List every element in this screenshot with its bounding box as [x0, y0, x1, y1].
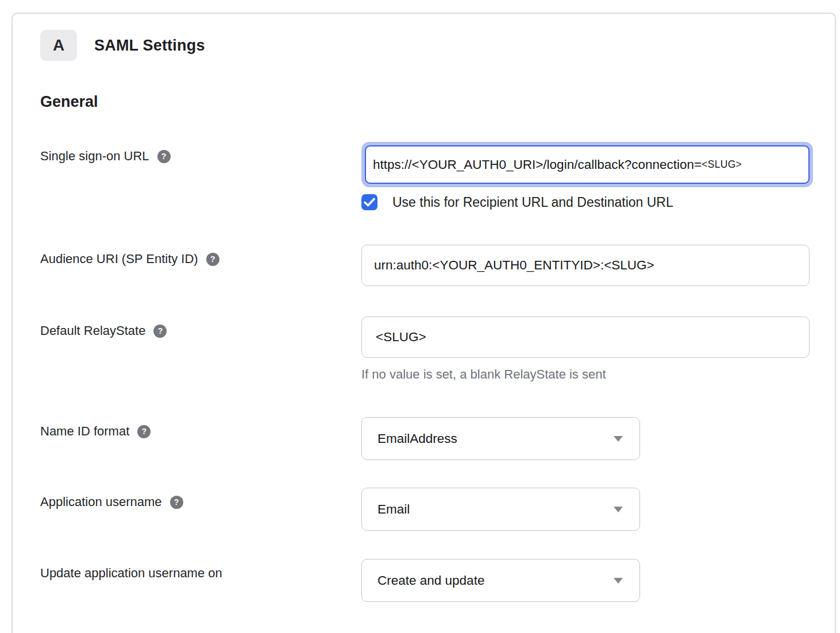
section-title-general: General: [40, 93, 808, 111]
row-audience-uri: Audience URI (SP Entity ID) ?: [40, 245, 808, 286]
name-id-format-value: EmailAddress: [377, 431, 457, 446]
row-name-id-format: Name ID format ? EmailAddress: [40, 417, 808, 460]
row-relay-state: Default RelayState ? If no value is set,…: [40, 317, 808, 382]
chevron-down-icon: [614, 578, 623, 584]
help-icon[interactable]: ?: [206, 253, 219, 266]
relay-state-label: Default RelayState ?: [40, 317, 361, 338]
application-username-select[interactable]: Email: [361, 488, 640, 531]
relay-state-input[interactable]: [361, 317, 810, 358]
recipient-url-checkbox-row: Use this for Recipient URL and Destinati…: [361, 194, 813, 210]
update-app-username-value: Create and update: [377, 573, 484, 588]
panel-header: A SAML Settings: [40, 30, 808, 61]
saml-settings-panel: A SAML Settings General Single sign-on U…: [11, 13, 836, 633]
application-username-label: Application username ?: [40, 488, 361, 510]
row-application-username: Application username ? Email: [40, 488, 808, 531]
help-icon[interactable]: ?: [137, 425, 151, 438]
help-icon[interactable]: ?: [157, 150, 171, 163]
sso-url-slug: <SLUG>: [702, 159, 742, 171]
name-id-format-select[interactable]: EmailAddress: [361, 417, 640, 460]
row-update-app-username: Update application username on Create an…: [40, 559, 808, 602]
relay-state-hint: If no value is set, a blank RelayState i…: [361, 367, 810, 382]
update-app-username-select[interactable]: Create and update: [361, 559, 640, 602]
chevron-down-icon: [614, 507, 623, 512]
step-badge: A: [40, 30, 77, 61]
audience-uri-input[interactable]: [361, 245, 810, 286]
update-app-username-label: Update application username on: [40, 559, 361, 581]
name-id-format-label: Name ID format ?: [40, 417, 361, 439]
chevron-down-icon: [614, 436, 623, 442]
row-sso-url: Single sign-on URL ? https://<YOUR_AUTH0…: [40, 142, 808, 210]
sso-url-value: https://<YOUR_AUTH0_URI>/login/callback?…: [373, 157, 702, 172]
recipient-url-checkbox-label: Use this for Recipient URL and Destinati…: [392, 195, 673, 210]
page-title: SAML Settings: [94, 37, 205, 55]
sso-url-input[interactable]: https://<YOUR_AUTH0_URI>/login/callback?…: [365, 145, 810, 184]
help-icon[interactable]: ?: [170, 496, 183, 509]
sso-url-label: Single sign-on URL ?: [40, 142, 361, 164]
application-username-value: Email: [377, 502, 410, 517]
recipient-url-checkbox[interactable]: [361, 194, 377, 210]
checkmark-icon: [364, 198, 375, 207]
help-icon[interactable]: ?: [153, 325, 167, 338]
sso-url-focus-ring: https://<YOUR_AUTH0_URI>/login/callback?…: [361, 142, 813, 187]
audience-uri-label: Audience URI (SP Entity ID) ?: [40, 245, 361, 267]
